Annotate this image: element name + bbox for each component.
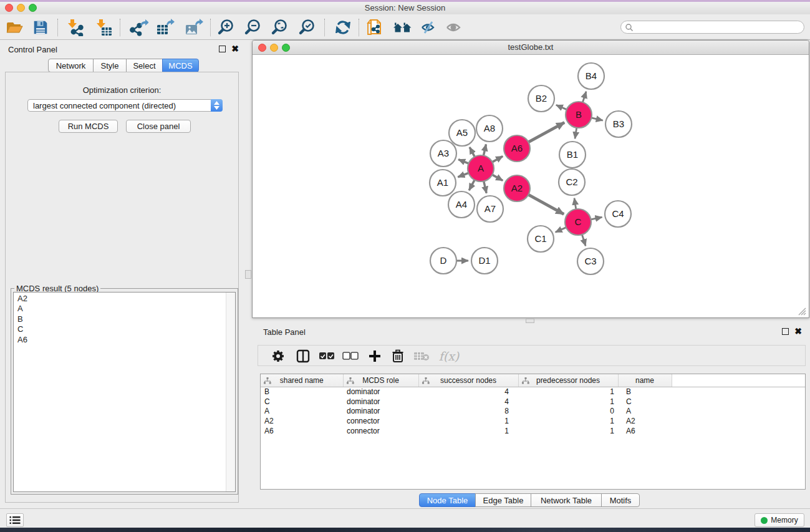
graph-node-C[interactable]: C <box>565 209 591 235</box>
export-table-button[interactable] <box>155 17 175 37</box>
add-row-button[interactable] <box>365 347 384 365</box>
edge-A-A5[interactable] <box>470 147 475 157</box>
search-field[interactable] <box>620 21 804 34</box>
column-header-MCDS-role[interactable]: MCDS role <box>343 374 418 387</box>
net-zoom-button[interactable] <box>282 44 290 52</box>
edge-C-C2[interactable] <box>574 198 576 210</box>
graph-node-B[interactable]: B <box>566 102 592 128</box>
edge-A-A2[interactable] <box>492 175 503 180</box>
edge-A-A3[interactable] <box>458 160 468 164</box>
task-history-button[interactable] <box>6 513 24 527</box>
edge-C-C1[interactable] <box>556 228 566 233</box>
export-image-button[interactable] <box>184 17 204 37</box>
mcds-result-list[interactable]: A2ABCA6 <box>13 292 236 492</box>
edge-A-A1[interactable] <box>458 173 468 177</box>
net-close-button[interactable] <box>258 44 266 52</box>
edge-C-C4[interactable] <box>591 217 602 220</box>
graph-node-D1[interactable]: D1 <box>471 248 498 274</box>
vertical-splitter-handle[interactable] <box>245 270 251 279</box>
graph-node-A7[interactable]: A7 <box>477 196 503 222</box>
close-panel-button[interactable]: ✖ <box>231 46 239 52</box>
mcds-result-item[interactable]: C <box>14 324 235 334</box>
edge-A-A8[interactable] <box>483 144 486 155</box>
control-tab-mcds[interactable]: MCDS <box>162 59 199 72</box>
control-tab-style[interactable]: Style <box>93 59 127 72</box>
import-network-button[interactable] <box>65 17 85 37</box>
graph-node-A1[interactable]: A1 <box>430 170 456 196</box>
edge-B-B4[interactable] <box>582 92 586 102</box>
edge-A-A4[interactable] <box>469 180 475 191</box>
show-columns-button[interactable] <box>294 347 312 365</box>
mcds-scrollbar[interactable] <box>226 293 235 491</box>
table-tab-node-table[interactable]: Node Table <box>419 493 476 507</box>
minimize-window-button[interactable] <box>17 4 25 12</box>
table-row[interactable]: A6connector11A6 <box>261 426 805 436</box>
graph-node-A6[interactable]: A6 <box>504 135 530 162</box>
table-close-button[interactable]: ✖ <box>794 328 802 335</box>
export-network-button[interactable] <box>129 17 149 37</box>
zoom-in-button[interactable] <box>216 17 236 37</box>
float-panel-button[interactable] <box>219 46 226 52</box>
table-settings-button[interactable] <box>269 347 287 365</box>
mcds-result-item[interactable]: A2 <box>14 294 235 304</box>
column-header-successor-nodes[interactable]: successor nodes <box>418 374 518 387</box>
import-table-button[interactable] <box>94 17 113 37</box>
net-minimize-button[interactable] <box>270 44 278 52</box>
table-tab-edge-table[interactable]: Edge Table <box>475 493 531 507</box>
table-row[interactable]: Adominator80A <box>261 407 805 417</box>
zoom-selected-button[interactable] <box>297 17 317 37</box>
close-panel-button2[interactable]: Close panel <box>126 120 191 133</box>
edge-B-B2[interactable] <box>556 105 567 109</box>
graph-node-A5[interactable]: A5 <box>449 120 475 146</box>
save-session-button[interactable] <box>31 17 51 37</box>
home-button[interactable] <box>393 17 413 37</box>
graph-node-B3[interactable]: B3 <box>605 111 632 137</box>
edge-B-B3[interactable] <box>591 118 602 120</box>
zoom-window-button[interactable] <box>29 4 37 12</box>
show-graphics-button[interactable] <box>444 17 464 37</box>
refresh-button[interactable] <box>333 17 353 37</box>
hide-vizmap-button[interactable] <box>419 17 439 37</box>
mcds-result-item[interactable]: B <box>14 314 235 324</box>
node-table[interactable]: shared nameMCDS rolesuccessor nodesprede… <box>260 374 806 490</box>
duplicate-network-button[interactable] <box>365 17 385 37</box>
control-tab-select[interactable]: Select <box>126 59 163 72</box>
horizontal-splitter-handle[interactable] <box>526 319 534 323</box>
graph-node-A[interactable]: A <box>468 155 494 181</box>
run-mcds-button[interactable]: Run MCDS <box>59 120 118 133</box>
column-header-shared-name[interactable]: shared name <box>261 374 343 387</box>
graph-node-B2[interactable]: B2 <box>528 85 554 112</box>
optimization-dropdown[interactable]: largest connected component (directed) <box>27 99 223 112</box>
graph-node-C2[interactable]: C2 <box>559 169 585 195</box>
graph-node-D[interactable]: D <box>430 248 456 274</box>
resize-grip[interactable] <box>796 306 806 316</box>
graph-node-C4[interactable]: C4 <box>605 201 631 227</box>
network-window-titlebar[interactable]: testGlobe.txt <box>253 41 809 55</box>
table-row[interactable]: Bdominator41B <box>261 387 805 397</box>
graph-node-A3[interactable]: A3 <box>430 140 456 167</box>
delete-row-button[interactable] <box>388 347 407 365</box>
edge-A6-B[interactable] <box>528 122 564 142</box>
graph-node-A8[interactable]: A8 <box>476 115 503 142</box>
graph-node-C1[interactable]: C1 <box>528 226 554 252</box>
delete-table-button[interactable] <box>412 347 431 365</box>
network-canvas[interactable]: B4B2BB3A5A8A6B1A3AC2A1A2A4A7C4CC1C3DD1 <box>254 55 807 316</box>
table-row[interactable]: Cdominator41C <box>261 397 805 407</box>
zoom-out-button[interactable] <box>243 17 263 37</box>
deselect-all-button[interactable] <box>341 347 360 365</box>
graph-node-C3[interactable]: C3 <box>577 248 604 274</box>
graph-node-B1[interactable]: B1 <box>559 142 586 168</box>
zoom-fit-button[interactable] <box>269 17 289 37</box>
graph-node-A2[interactable]: A2 <box>504 175 530 201</box>
control-tab-network[interactable]: Network <box>48 59 94 72</box>
graph-node-A4[interactable]: A4 <box>448 191 475 218</box>
edge-B-B1[interactable] <box>575 128 577 139</box>
edge-A-A6[interactable] <box>492 157 503 162</box>
graph-node-B4[interactable]: B4 <box>578 63 604 89</box>
memory-button[interactable]: Memory <box>755 513 804 527</box>
column-header-predecessor-nodes[interactable]: predecessor nodes <box>518 374 618 387</box>
function-button[interactable]: f(x) <box>436 347 461 365</box>
edge-C-C3[interactable] <box>582 235 586 246</box>
open-file-button[interactable] <box>4 17 24 37</box>
close-window-button[interactable] <box>5 4 13 12</box>
